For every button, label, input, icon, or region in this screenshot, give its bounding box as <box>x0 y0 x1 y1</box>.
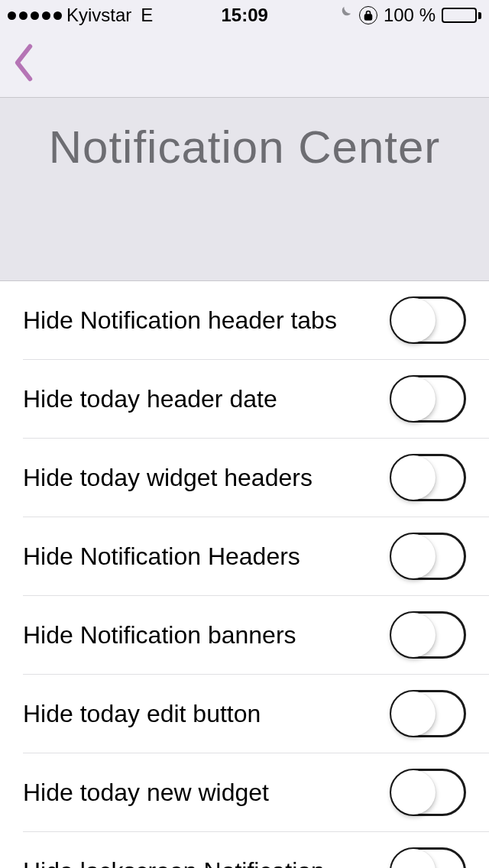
toggle-hide-today-header-date[interactable] <box>390 375 466 423</box>
setting-row-hide-lockscreen-notification: Hide lockscreen Notification... <box>23 831 489 868</box>
setting-label: Hide today widget headers <box>23 464 390 492</box>
battery-icon <box>442 8 481 23</box>
setting-label: Hide lockscreen Notification... <box>23 857 390 869</box>
toggle-hide-today-edit-button[interactable] <box>390 690 466 737</box>
status-right: 100 % <box>336 5 481 26</box>
setting-row-hide-notification-headers: Hide Notification Headers <box>23 517 489 595</box>
setting-row-hide-today-header-date: Hide today header date <box>23 359 489 438</box>
signal-strength-icon <box>8 11 62 20</box>
toggle-hide-today-widget-headers[interactable] <box>390 454 466 501</box>
settings-list: Hide Notification header tabs Hide today… <box>0 281 489 868</box>
back-button[interactable] <box>11 43 37 86</box>
status-left: Kyivstar E <box>8 5 153 26</box>
setting-row-hide-notification-banners: Hide Notification banners <box>23 595 489 674</box>
svg-rect-0 <box>364 15 371 20</box>
setting-label: Hide today new widget <box>23 779 390 807</box>
do-not-disturb-icon <box>336 5 353 26</box>
clock-label: 15:09 <box>221 5 267 26</box>
section-header: Notification Center <box>0 98 489 281</box>
setting-label: Hide Notification banners <box>23 621 390 649</box>
toggle-hide-lockscreen-notification[interactable] <box>390 847 466 868</box>
carrier-label: Kyivstar <box>66 5 131 26</box>
network-type-label: E <box>141 5 153 26</box>
toggle-hide-notification-header-tabs[interactable] <box>390 296 466 344</box>
battery-percent-label: 100 % <box>384 5 436 26</box>
setting-label: Hide today header date <box>23 385 390 413</box>
setting-row-hide-today-widget-headers: Hide today widget headers <box>23 438 489 517</box>
setting-label: Hide Notification header tabs <box>23 306 390 335</box>
toggle-hide-notification-headers[interactable] <box>390 533 466 580</box>
setting-row-hide-today-edit-button: Hide today edit button <box>23 674 489 753</box>
toggle-hide-notification-banners[interactable] <box>390 611 466 659</box>
setting-row-hide-today-new-widget: Hide today new widget <box>23 753 489 831</box>
setting-label: Hide today edit button <box>23 700 390 728</box>
nav-bar <box>0 31 489 98</box>
setting-row-hide-notification-header-tabs: Hide Notification header tabs <box>0 281 489 359</box>
toggle-hide-today-new-widget[interactable] <box>390 769 466 816</box>
page-title: Notification Center <box>0 121 489 173</box>
orientation-lock-icon <box>359 6 377 24</box>
status-bar: Kyivstar E 15:09 100 % <box>0 0 489 31</box>
setting-label: Hide Notification Headers <box>23 542 390 571</box>
